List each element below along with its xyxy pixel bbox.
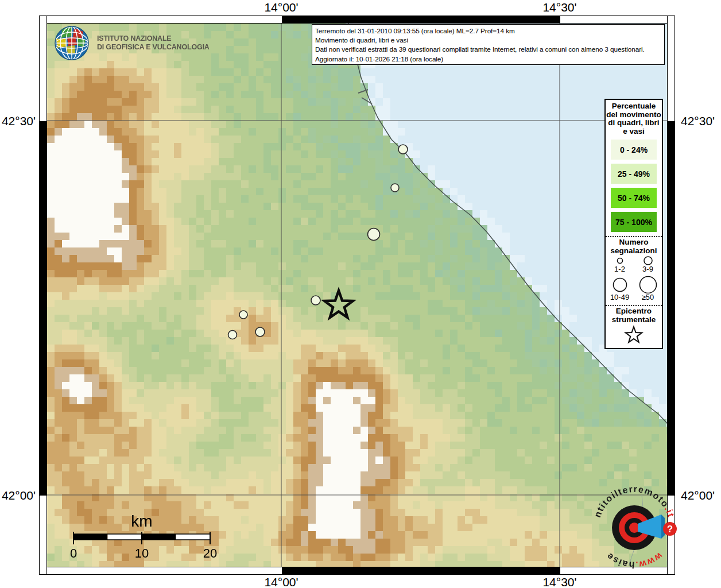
info-line-updated: Aggiornato il: 10-01-2026 21:18 (ora loc…: [315, 55, 661, 64]
report-size-icon-50plus: [635, 276, 661, 293]
legend-swatch-label: 25 - 49%: [618, 169, 650, 179]
map-overlay: [47, 24, 667, 567]
legend-panel: Percentuale del movimento di quadri, lib…: [604, 99, 663, 349]
ingv-name-line1: ISTITUTO NAZIONALE: [97, 34, 210, 43]
watermark-url-bottom: www.haise: [604, 551, 665, 570]
report-point: [368, 229, 380, 241]
frame-band-top: [39, 16, 675, 24]
legend-swatch-25-49: 25 - 49%: [611, 164, 657, 184]
axis-label-bottom-left: 14°00': [247, 575, 316, 588]
report-point: [255, 327, 265, 336]
ingv-globe-icon: [53, 25, 91, 61]
svg-text:?: ?: [667, 524, 673, 535]
frame-band-left: [39, 16, 47, 575]
ingv-name: ISTITUTO NAZIONALE DI GEOFISICA E VULCAN…: [97, 34, 210, 52]
legend-swatch-50-74: 50 - 74%: [611, 188, 657, 208]
report-size-icon-1-2: [608, 256, 631, 265]
report-point: [391, 184, 399, 192]
scale-unit-label: km: [131, 512, 152, 530]
report-point: [239, 311, 247, 319]
report-point: [311, 296, 320, 305]
map-page: 14°00' 14°30' 14°00' 14°30' 42°30' 42°00…: [0, 0, 721, 588]
report-size-label: 1-2: [606, 265, 634, 273]
report-size-icon-10-49: [607, 276, 633, 293]
info-line-source: Dati non verificati estratti da 39 quest…: [315, 45, 661, 54]
report-size-icon-3-9: [637, 256, 660, 265]
scale-tick-0: 0: [70, 546, 77, 560]
scale-tick-10: 10: [135, 546, 149, 560]
axis-label-top-left: 14°00': [247, 1, 316, 14]
legend-report-sizes: 1-2 3-9 10-49 ≥50: [606, 256, 662, 301]
earthquake-info-box: Terremoto del 31-01-2010 09:13:55 (ora l…: [312, 24, 665, 65]
legend-swatch-75-100: 75 - 100%: [611, 212, 657, 232]
ingv-logo: ISTITUTO NAZIONALE DI GEOFISICA E VULCAN…: [53, 25, 210, 61]
legend-swatch-0-24: 0 - 24%: [611, 140, 657, 160]
legend-reports-title: Numero segnalazioni: [606, 237, 662, 255]
scale-tick-20: 20: [203, 546, 217, 560]
report-point: [228, 331, 237, 339]
axis-label-right-bottom: 42°00': [681, 489, 721, 502]
axis-label-top-right: 14°30': [525, 1, 594, 14]
axis-label-left-top: 42°30': [0, 114, 36, 128]
report-size-label: 3-9: [634, 265, 662, 273]
axis-label-left-bottom: 42°00': [0, 489, 36, 502]
info-line-effect: Movimento di quadri, libri e vasi: [315, 36, 661, 45]
epicenter-star-legend-icon: [606, 324, 661, 348]
ingv-name-line2: DI GEOFISICA E VULCANOLOGIA: [97, 43, 210, 52]
report-size-label: 10-49: [606, 293, 634, 301]
haisentitoilterremoto-logo: ? ntitoilterremoto.it www.haise: [582, 475, 687, 580]
report-size-label: ≥50: [634, 293, 662, 301]
scale-bar: km 0 10 20: [60, 501, 232, 567]
legend-swatch-label: 0 - 24%: [620, 145, 648, 154]
report-point: [398, 145, 408, 154]
legend-swatch-label: 50 - 74%: [618, 194, 650, 203]
axis-label-right-top: 42°30': [681, 114, 721, 128]
legend-swatch-label: 75 - 100%: [615, 218, 652, 227]
info-line-event: Terremoto del 31-01-2010 09:13:55 (ora l…: [315, 26, 661, 36]
legend-intensity-title: Percentuale del movimento di quadri, lib…: [606, 100, 662, 136]
question-mark-icon: ?: [663, 522, 677, 536]
frame-band-bottom: [39, 567, 675, 575]
legend-epicenter-title: Epicentro strumentale: [606, 306, 662, 324]
epicenter-star: [324, 291, 352, 318]
